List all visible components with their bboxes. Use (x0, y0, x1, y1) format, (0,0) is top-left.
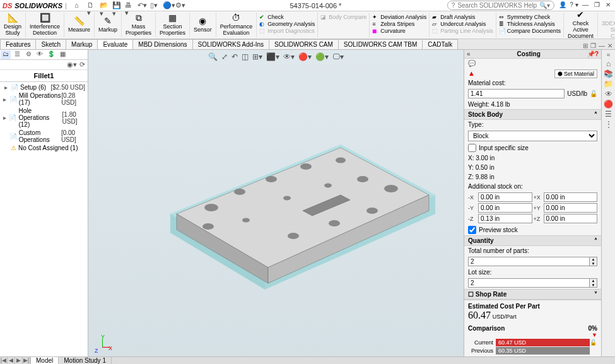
stock-ny-input[interactable] (478, 203, 532, 213)
next-tab-icon[interactable]: ▶ (15, 357, 23, 364)
tab-cam-tbm[interactable]: SOLIDWORKS CAM TBM (338, 39, 423, 49)
zebra-button[interactable]: ≡Zebra Stripes (372, 21, 426, 27)
thickness-button[interactable]: ≣Thickness Analysis (499, 21, 561, 27)
3d-part[interactable] (139, 126, 442, 302)
tab-cadtalk[interactable]: CADTalk (422, 39, 458, 49)
sensor-button[interactable]: ◉Sensor (190, 13, 216, 37)
symmetry-button[interactable]: ⇔Symmetry Check (499, 14, 561, 20)
close-view-icon[interactable]: ✕ (607, 42, 612, 49)
taskpane-explorer-icon[interactable]: 📁 (604, 79, 613, 88)
fm-tab-tree-icon[interactable]: 🗂 (1, 50, 11, 59)
save-icon[interactable]: 💾▾ (112, 1, 121, 10)
spin-down[interactable]: ▼ (590, 262, 597, 266)
fm-tab-display-icon[interactable]: 👁 (35, 50, 45, 59)
min-view-icon[interactable]: — (599, 42, 605, 49)
close-button[interactable]: ✕ (604, 1, 612, 10)
set-baseline-icon[interactable]: 🔓 (590, 339, 597, 346)
tab-features[interactable]: Features (0, 39, 36, 49)
stock-type-select[interactable]: Block (468, 131, 597, 141)
stock-nx-input[interactable] (478, 192, 532, 202)
taskpane-collapse-icon[interactable]: « (607, 51, 611, 58)
undercut-button[interactable]: ▱Undercut Analysis (432, 21, 493, 27)
curvature-button[interactable]: ◼Curvature (372, 28, 426, 34)
check-active-button[interactable]: ✔Check Active Document (564, 13, 598, 37)
tab-markup[interactable]: Markup (66, 39, 98, 49)
options-icon[interactable]: ⚙▾ (175, 1, 184, 10)
quantity-header[interactable]: Quantity˄ (464, 235, 601, 246)
tab-addins[interactable]: SOLIDWORKS Add-Ins (192, 39, 269, 49)
new-icon[interactable]: 🗋▾ (87, 1, 96, 10)
print-icon[interactable]: 🖶▾ (125, 1, 134, 10)
select-icon[interactable]: ▯▾ (150, 1, 159, 10)
material-cost-input[interactable] (468, 89, 565, 98)
message-icon[interactable]: 💬 (468, 60, 476, 67)
view-orient-icon[interactable]: ⊞▾ (252, 52, 262, 61)
taskpane-props-icon[interactable]: ☰ (605, 110, 612, 119)
lock-icon[interactable]: 🔓 (590, 90, 597, 97)
stock-nz-input[interactable] (478, 214, 532, 223)
check-button[interactable]: ✔Check (259, 14, 315, 20)
taskpane-more-icon[interactable]: ⋮ (605, 120, 612, 129)
first-tab-icon[interactable]: |◀ (0, 357, 8, 364)
measure-button[interactable]: 📏Measure (64, 13, 95, 37)
undo-icon[interactable]: ↶▾ (138, 1, 146, 10)
markup-button[interactable]: ✎Markup (95, 13, 122, 37)
viewport[interactable]: 🔍 ⤢ ↶ ◫ ⊞▾ ⬛▾ 👁▾ 🔴▾ 🟢▾ 🖵▾ (88, 50, 464, 356)
prev-view-icon[interactable]: ↶ (231, 52, 238, 61)
fm-tab-more-icon[interactable]: ▦ (57, 50, 67, 59)
help-button[interactable]: ? ▾ (570, 1, 578, 10)
last-tab-icon[interactable]: ▶| (23, 357, 30, 364)
tab-evaluate[interactable]: Evaluate (97, 39, 133, 49)
appearance-icon[interactable]: 🔴▾ (298, 52, 312, 61)
taskpane-home-icon[interactable]: ⌂ (606, 59, 611, 68)
fm-tab-config-icon[interactable]: ⚙ (23, 50, 33, 59)
perf-eval-button[interactable]: ⏱Performance Evaluation (216, 13, 257, 37)
fm-item-custom[interactable]: 📄Custom Operations[0.00 USD] (1, 129, 86, 144)
fm-item-setup[interactable]: ▸📄Setup (6)[$2.50 USD] (1, 83, 86, 91)
geometry-analysis-button[interactable]: ◐Geometry Analysis (259, 21, 315, 27)
bottom-tab-model[interactable]: Model (30, 357, 59, 364)
minimize-button[interactable]: — (581, 1, 590, 10)
cam-ic-icon[interactable]: ⟳ (79, 61, 85, 69)
tab-mbd[interactable]: MBD Dimensions (132, 39, 192, 49)
fm-tab-props-icon[interactable]: ☰ (12, 50, 22, 59)
interference-button[interactable]: 🔲Interference Detection (26, 13, 64, 37)
stock-py-input[interactable] (544, 203, 598, 213)
hide-show-icon[interactable]: 👁▾ (283, 52, 295, 61)
draft-button[interactable]: ▰Draft Analysis (432, 14, 493, 20)
scene-icon[interactable]: 🟢▾ (315, 52, 329, 61)
view-triad[interactable]: YXZ (92, 334, 111, 353)
lot-size-input[interactable] (468, 278, 590, 288)
stock-px-input[interactable] (544, 192, 598, 202)
help-search[interactable]: ? Search SOLIDWORKS Help 🔍▾ (447, 1, 554, 10)
section-props-button[interactable]: ▦Section Properties (156, 13, 190, 37)
fm-item-mill[interactable]: ▸📄Mill Operations (17)[0.28 USD] (1, 91, 86, 107)
open-icon[interactable]: 📂▾ (100, 1, 108, 10)
preview-stock-checkbox[interactable] (468, 226, 476, 234)
taskpane-appear-icon[interactable]: 🔴 (604, 100, 613, 109)
tab-cam[interactable]: SOLIDWORKS CAM (269, 39, 339, 49)
bottom-tab-motion[interactable]: Motion Study 1 (58, 357, 112, 364)
render-icon[interactable]: 🖵▾ (332, 52, 344, 61)
tab-sketch[interactable]: Sketch (35, 39, 66, 49)
taskpane-view-icon[interactable]: 👁 (605, 90, 612, 98)
section-view-icon[interactable]: ◫ (242, 52, 249, 61)
shop-rate-header[interactable]: ☐ Shop Rate˅ (464, 289, 601, 300)
tile-icon[interactable]: ⊞ (583, 42, 588, 49)
design-study-button[interactable]: 📐Design Study (0, 13, 26, 37)
zoom-fit-icon[interactable]: 🔍 (208, 52, 218, 61)
restore-button[interactable]: ❐ (592, 1, 601, 10)
stock-body-header[interactable]: Stock Body˄ (464, 109, 601, 120)
home-icon[interactable]: ⌂ (74, 1, 83, 10)
pin-icon[interactable]: 📌 (587, 50, 595, 57)
display-style-icon[interactable]: ⬛▾ (266, 52, 279, 61)
sensor-ic-icon[interactable]: ◉▾ (67, 61, 77, 69)
import-diagnostics-button[interactable]: ⬚Import Diagnostics (259, 28, 315, 34)
help-close-icon[interactable]: ? (595, 50, 599, 57)
compare-docs-button[interactable]: 📄Compare Documents (499, 28, 561, 34)
user-icon[interactable]: 👤 (558, 1, 567, 10)
stock-pz-input[interactable] (544, 214, 598, 223)
mass-props-button[interactable]: ⧉Mass Properties (122, 13, 156, 37)
zoom-area-icon[interactable]: ⤢ (221, 52, 228, 61)
fm-item-nocost[interactable]: ⚠No Cost Assigned (1) (1, 144, 86, 152)
